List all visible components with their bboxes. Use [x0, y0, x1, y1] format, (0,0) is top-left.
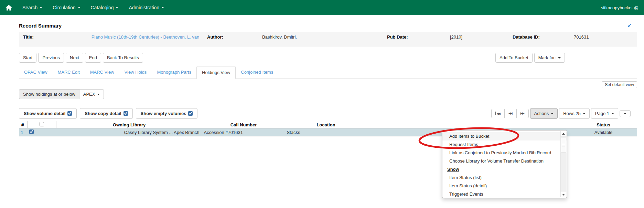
status-cell: Available [570, 128, 637, 136]
scrollbar-thumb[interactable] [561, 137, 566, 153]
menu-item-item-status-detail[interactable]: Item Status (detail) [442, 182, 567, 190]
org-unit-label: APEX [83, 92, 95, 97]
tab-view-holds[interactable]: View Holds [119, 66, 152, 79]
owning-library-cell: Casey Library System ... Apex Branch [56, 128, 202, 136]
record-summary-heading: Record Summary [19, 23, 62, 29]
tab-conjoined-items[interactable]: Conjoined Items [236, 66, 278, 79]
menu-cataloging[interactable]: Cataloging [86, 5, 124, 10]
col-header-status[interactable]: Status [570, 121, 637, 128]
next-button[interactable]: Next [66, 53, 83, 63]
pub-date-value: [2010] [450, 34, 508, 45]
first-page-button[interactable]: ◀◀ [491, 109, 505, 118]
call-number-cell: Accession #701631 [202, 128, 285, 136]
row-select-checkbox[interactable] [29, 129, 34, 134]
page-dropdown-button[interactable]: Page 1 [591, 108, 618, 119]
tab-monograph-parts[interactable]: Monograph Parts [152, 66, 196, 79]
set-default-view-button[interactable]: Set default view [602, 81, 637, 88]
mark-for-label: Mark for: [538, 55, 556, 60]
col-header-call-number[interactable]: Call Number [202, 121, 285, 128]
menu-administration[interactable]: Administration [124, 5, 169, 10]
menu-item-triggered-events[interactable]: Triggered Events [442, 190, 567, 198]
author-label: Author: [203, 34, 262, 45]
rows-label: Rows 25 [563, 111, 581, 116]
next-page-button[interactable]: ▶▶ [516, 109, 529, 118]
menu-group-header-show: Show [442, 165, 567, 174]
caret-down-icon [611, 113, 614, 114]
show-holdings-at-or-below-label: Show holdings at or below [19, 89, 79, 99]
show-copy-detail-label: Show copy detail [85, 111, 121, 116]
record-tabs: OPAC View MARC Edit MARC View View Holds… [19, 66, 637, 79]
logged-in-user[interactable]: sitkacopybucket @ [601, 5, 638, 10]
author-value: Bashkirov, Dmitri. [262, 34, 383, 45]
menu-administration-label: Administration [129, 5, 159, 10]
col-header-hidden [367, 121, 570, 128]
row-number-link[interactable]: 1 [21, 130, 23, 135]
tab-holdings-view[interactable]: Holdings View [196, 66, 236, 79]
menu-circulation[interactable]: Circulation [47, 5, 85, 10]
show-empty-volumes-label: Show empty volumes [141, 111, 186, 116]
menu-scrollbar[interactable] [560, 131, 566, 197]
menu-item-request-items[interactable]: Request Items [442, 141, 567, 149]
home-icon[interactable] [6, 5, 17, 11]
menu-circulation-label: Circulation [53, 5, 75, 10]
tab-marc-view[interactable]: MARC View [85, 66, 119, 79]
caret-down-icon [116, 7, 118, 8]
org-unit-selector[interactable]: APEX [79, 89, 104, 99]
menu-item-add-items-to-bucket[interactable]: Add Items to Bucket [442, 132, 567, 141]
show-volume-detail-toggle[interactable]: Show volume detail [19, 108, 77, 119]
actions-label: Actions [534, 111, 549, 116]
location-cell: Stacks [285, 128, 367, 136]
holdings-header-row: # Owning Library Call Number Location St… [19, 121, 637, 128]
grid-options-button[interactable] [620, 110, 631, 117]
caret-down-icon [40, 7, 42, 8]
pub-date-label: Pub Date: [383, 34, 450, 45]
database-id-value: 701631 [574, 34, 637, 45]
actions-dropdown-button[interactable]: Actions [530, 108, 558, 119]
caret-down-icon [161, 7, 164, 8]
double-left-icon: ◀◀ [508, 112, 513, 115]
col-header-select [28, 121, 56, 128]
back-to-results-button[interactable]: Back To Results [103, 53, 143, 63]
record-summary-band: Title: Piano Music (18th-19th Centuries)… [19, 32, 637, 47]
col-header-owning-library[interactable]: Owning Library [56, 121, 202, 128]
caret-down-icon [551, 113, 554, 114]
rows-dropdown-button[interactable]: Rows 25 [559, 108, 590, 119]
double-right-icon: ▶▶ [520, 112, 525, 115]
menu-item-choose-library-volume-transfer[interactable]: Choose Library for Volume Transfer Desti… [442, 157, 567, 165]
col-header-location[interactable]: Location [285, 121, 367, 128]
expand-icon[interactable] [627, 23, 632, 29]
show-volume-detail-checkbox[interactable] [67, 111, 72, 116]
start-button[interactable]: Start [19, 53, 36, 63]
caret-down-icon [624, 113, 626, 114]
first-page-icon: ◀◀ [495, 112, 501, 115]
database-id-label: Database ID: [508, 34, 574, 45]
show-copy-detail-toggle[interactable]: Show copy detail [80, 108, 132, 119]
title-link[interactable]: Piano Music (18th-19th Centuries) - Beet… [92, 34, 200, 40]
title-label: Title: [19, 34, 88, 45]
col-header-num[interactable]: # [19, 121, 28, 128]
select-all-checkbox[interactable] [40, 122, 44, 126]
menu-search-label: Search [22, 5, 37, 10]
menu-item-link-as-conjoined[interactable]: Link as Conjoined to Previously Marked B… [442, 149, 567, 157]
scroll-down-icon[interactable] [561, 192, 566, 197]
show-empty-volumes-checkbox[interactable] [188, 111, 193, 116]
previous-button[interactable]: Previous [38, 53, 64, 63]
mark-for-button[interactable]: Mark for: [534, 53, 565, 63]
page-body: Record Summary Title: Piano Music (18th-… [0, 23, 644, 136]
top-navbar: Search Circulation Cataloging Administra… [0, 0, 644, 15]
page-label: Page 1 [595, 111, 609, 116]
add-to-bucket-button[interactable]: Add To Bucket [495, 53, 533, 63]
tab-marc-edit[interactable]: MARC Edit [52, 66, 85, 79]
menu-cataloging-label: Cataloging [91, 5, 114, 10]
menu-search[interactable]: Search [17, 5, 47, 10]
menu-item-item-status-list[interactable]: Item Status (list) [442, 174, 567, 182]
end-button[interactable]: End [85, 53, 101, 63]
caret-down-icon [97, 94, 100, 95]
scroll-up-icon[interactable] [561, 131, 566, 136]
actions-menu: Add Items to Bucket Request Items Link a… [442, 130, 567, 198]
show-copy-detail-checkbox[interactable] [124, 111, 128, 116]
show-empty-volumes-toggle[interactable]: Show empty volumes [136, 108, 198, 119]
previous-page-button[interactable]: ◀◀ [504, 109, 517, 118]
caret-down-icon [583, 113, 586, 114]
tab-opac-view[interactable]: OPAC View [19, 66, 52, 79]
